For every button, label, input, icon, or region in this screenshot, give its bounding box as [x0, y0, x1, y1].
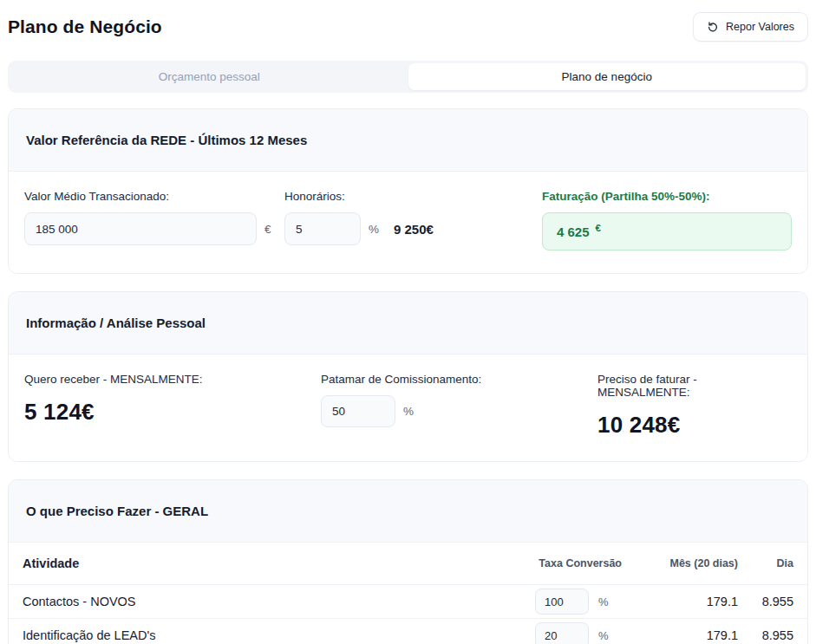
- want-receive-field: Quero receber - MENSALMENTE: 5 124€: [24, 373, 321, 426]
- todo-table: Atividade Taxa Conversão Mês (20 dias) D…: [9, 543, 807, 644]
- billing-value: 4 625: [557, 224, 590, 239]
- percent-suffix: %: [598, 595, 609, 608]
- fees-field: Honorários: % 9 250€: [284, 190, 434, 245]
- reference-card-body: Valor Médio Transacionado: € Honorários:…: [9, 172, 807, 273]
- column-activity: Atividade: [23, 556, 535, 570]
- need-billing-value: 10 248€: [597, 412, 680, 439]
- reset-values-button[interactable]: Repor Valores: [693, 12, 808, 42]
- reference-card-header: Valor Referência da REDE - Últimos 12 Me…: [9, 109, 807, 172]
- billing-field: Faturação (Partilha 50%-50%): 4 625 €: [542, 190, 792, 250]
- want-receive-value: 5 124€: [24, 399, 95, 426]
- commission-input[interactable]: [321, 395, 395, 427]
- page-title: Plano de Negócio: [8, 16, 162, 37]
- reset-icon: [707, 21, 719, 33]
- month-value: 179.1: [622, 595, 738, 608]
- todo-card-header: O que Preciso Fazer - GERAL: [9, 480, 807, 543]
- reference-card: Valor Referência da REDE - Últimos 12 Me…: [8, 108, 808, 274]
- page-header: Plano de Negócio Repor Valores: [8, 12, 808, 42]
- percent-suffix: %: [403, 405, 414, 418]
- tab-business-plan[interactable]: Plano de negócio: [408, 63, 806, 90]
- conversion-input[interactable]: [535, 622, 589, 644]
- activity-label: Contactos - NOVOS: [23, 595, 535, 608]
- conversion-input[interactable]: [535, 589, 589, 615]
- day-value: 8.955: [738, 628, 793, 642]
- percent-suffix: %: [598, 629, 609, 642]
- todo-card: O que Preciso Fazer - GERAL Atividade Ta…: [8, 479, 808, 644]
- table-row: Identificação de LEAD's % 179.1 8.955: [9, 619, 807, 644]
- table-row: Contactos - NOVOS % 179.1 8.955: [9, 585, 807, 619]
- column-month: Mês (20 dias): [622, 557, 738, 569]
- fees-result: 9 250€: [394, 222, 434, 237]
- percent-suffix: %: [369, 223, 379, 236]
- tab-personal-budget[interactable]: Orçamento pessoal: [10, 63, 408, 90]
- avg-value-input[interactable]: [24, 212, 257, 245]
- fees-input[interactable]: [284, 212, 361, 245]
- analysis-card-body: Quero receber - MENSALMENTE: 5 124€ Pata…: [9, 355, 807, 461]
- column-conversion: Taxa Conversão: [535, 557, 622, 569]
- commission-field: Patamar de Comissionamento: %: [321, 373, 481, 427]
- want-receive-label: Quero receber - MENSALMENTE:: [24, 373, 321, 386]
- table-header-row: Atividade Taxa Conversão Mês (20 dias) D…: [9, 543, 807, 585]
- analysis-card-header: Informação / Análise Pessoal: [9, 292, 807, 355]
- need-billing-field: Preciso de faturar - MENSALMENTE: 10 248…: [597, 373, 792, 439]
- billing-currency: €: [596, 223, 601, 233]
- avg-value-field: Valor Médio Transacionado: €: [24, 190, 284, 245]
- billing-label: Faturação (Partilha 50%-50%):: [542, 190, 792, 203]
- analysis-card: Informação / Análise Pessoal Quero receb…: [8, 291, 808, 462]
- day-value: 8.955: [738, 595, 793, 608]
- business-plan-page: Plano de Negócio Repor Valores Orçamento…: [0, 0, 816, 644]
- reset-button-label: Repor Valores: [726, 21, 794, 33]
- todo-card-title: O que Preciso Fazer - GERAL: [26, 504, 790, 518]
- column-day: Dia: [738, 557, 793, 569]
- month-value: 179.1: [622, 628, 738, 642]
- euro-suffix: €: [264, 223, 271, 236]
- billing-value-box: 4 625 €: [542, 212, 792, 250]
- commission-label: Patamar de Comissionamento:: [321, 373, 481, 386]
- fees-label: Honorários:: [284, 190, 434, 203]
- tab-bar: Orçamento pessoal Plano de negócio: [8, 61, 808, 93]
- need-billing-label: Preciso de faturar - MENSALMENTE:: [597, 373, 792, 399]
- reference-card-title: Valor Referência da REDE - Últimos 12 Me…: [26, 133, 790, 147]
- analysis-card-title: Informação / Análise Pessoal: [26, 315, 790, 330]
- activity-label: Identificação de LEAD's: [23, 628, 535, 642]
- avg-value-label: Valor Médio Transacionado:: [24, 190, 284, 203]
